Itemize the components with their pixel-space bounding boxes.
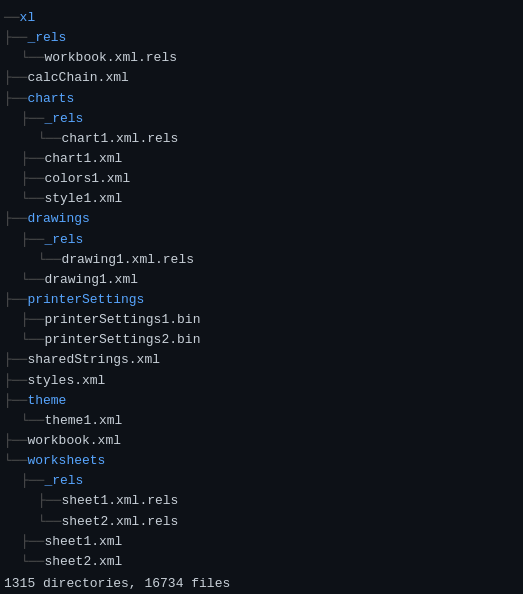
tree-line: └── drawing1.xml [4,270,519,290]
tree-connector: ├── [21,109,44,129]
tree-connector: ├── [4,68,27,88]
tree-line: ├── workbook.xml [4,431,519,451]
tree-line: └── style1.xml [4,189,519,209]
terminal: ── xl ├── _rels└── workbook.xml.rels├── … [4,8,519,586]
tree-connector: ├── [21,149,44,169]
tree-line: ├── colors1.xml [4,169,519,189]
tree-file: drawing1.xml.rels [61,250,194,270]
tree-file: sheet1.xml [44,532,122,552]
summary-text: 1315 directories, 16734 files [4,576,230,591]
tree-connector: ├── [4,371,27,391]
tree-folder: _rels [44,471,83,491]
tree-connector: └── [21,48,44,68]
tree-line: ├── _rels [4,230,519,250]
tree-connector: ├── [38,491,61,511]
tree-connector: └── [4,451,27,471]
tree-connector: ├── [4,290,27,310]
tree-connector: └── [38,250,61,270]
tree-connector: └── [38,512,61,532]
tree-line: └── sheet2.xml.rels [4,512,519,532]
tree-line: ├── sheet1.xml.rels [4,491,519,511]
tree-file: sheet2.xml.rels [61,512,178,532]
tree-line: ├── sheet1.xml [4,532,519,552]
tree-connector: ├── [4,209,27,229]
tree-file: styles.xml [27,371,105,391]
tree-connector: └── [21,270,44,290]
tree-line: ├── drawings [4,209,519,229]
tree-connector: └── [21,330,44,350]
tree-file: workbook.xml.rels [44,48,177,68]
tree-connector: └── [21,189,44,209]
tree-line: └── printerSettings2.bin [4,330,519,350]
tree-line: └── theme1.xml [4,411,519,431]
tree-container: ├── _rels└── workbook.xml.rels├── calcCh… [4,28,519,572]
tree-line: ├── printerSettings1.bin [4,310,519,330]
tree-connector: └── [38,129,61,149]
tree-folder: theme [27,391,66,411]
tree-connector: ├── [4,28,27,48]
tree-line: └── drawing1.xml.rels [4,250,519,270]
tree-file: printerSettings2.bin [44,330,200,350]
root-label: ── xl [4,8,519,28]
tree-file: chart1.xml.rels [61,129,178,149]
tree-line: ├── _rels [4,28,519,48]
tree-file: style1.xml [44,189,122,209]
tree-file: sheet1.xml.rels [61,491,178,511]
tree-file: calcChain.xml [27,68,128,88]
tree-connector: ├── [21,230,44,250]
tree-connector: ├── [4,431,27,451]
tree-folder: charts [27,89,74,109]
tree-file: sheet2.xml [44,552,122,572]
tree-line: ├── chart1.xml [4,149,519,169]
tree-line: ├── sharedStrings.xml [4,350,519,370]
tree-line: ├── charts [4,89,519,109]
tree-folder: _rels [27,28,66,48]
tree-connector: ├── [4,350,27,370]
tree-connector: ├── [21,471,44,491]
root-connector: ── [4,8,20,28]
tree-line: ├── _rels [4,109,519,129]
tree-line: └── sheet2.xml [4,552,519,572]
tree-connector: ├── [21,169,44,189]
tree-file: chart1.xml [44,149,122,169]
tree-folder: drawings [27,209,89,229]
tree-file: printerSettings1.bin [44,310,200,330]
tree-line: ├── theme [4,391,519,411]
tree-folder: _rels [44,109,83,129]
tree-file: drawing1.xml [44,270,138,290]
tree-line: ├── _rels [4,471,519,491]
tree-file: colors1.xml [44,169,130,189]
tree-line: └── workbook.xml.rels [4,48,519,68]
summary-line: 1315 directories, 16734 files [4,574,519,594]
tree-folder: worksheets [27,451,105,471]
tree-connector: ├── [21,310,44,330]
tree-line: └── chart1.xml.rels [4,129,519,149]
tree-connector: ├── [4,89,27,109]
tree-connector: ├── [21,532,44,552]
tree-connector: └── [21,552,44,572]
tree-line: ├── styles.xml [4,371,519,391]
tree-file: sharedStrings.xml [27,350,160,370]
tree-folder: printerSettings [27,290,144,310]
tree-folder: _rels [44,230,83,250]
tree-file: theme1.xml [44,411,122,431]
tree-connector: ├── [4,391,27,411]
tree-connector: └── [21,411,44,431]
tree-line: ├── printerSettings [4,290,519,310]
root-folder: xl [20,8,36,28]
tree-file: workbook.xml [27,431,121,451]
tree-line: └── worksheets [4,451,519,471]
tree-line: ├── calcChain.xml [4,68,519,88]
